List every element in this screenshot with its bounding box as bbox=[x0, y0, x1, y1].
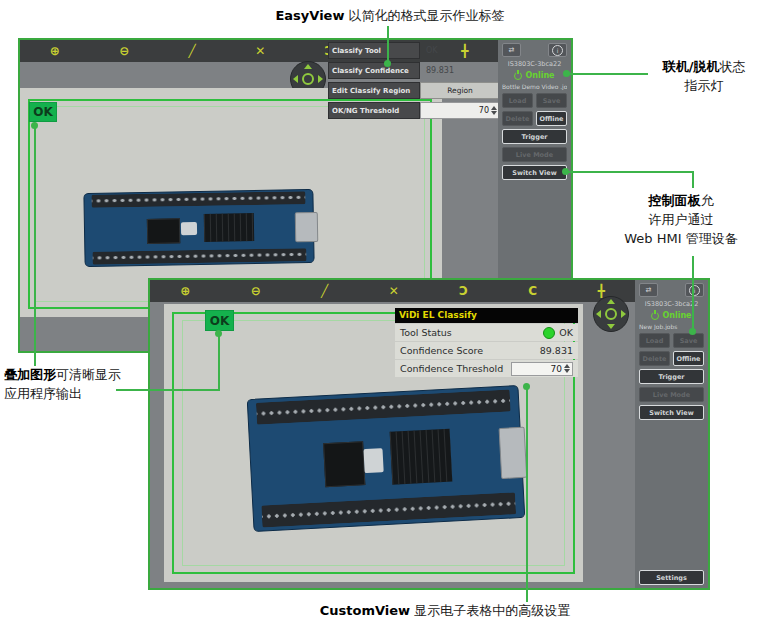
delete-button[interactable]: Delete bbox=[639, 351, 670, 366]
spinner-arrows-icon[interactable] bbox=[562, 364, 572, 373]
collapse-button[interactable]: ⇄ bbox=[502, 43, 521, 57]
pcb-crystal bbox=[364, 448, 384, 473]
circuit-board-image bbox=[247, 385, 526, 532]
power-icon bbox=[651, 312, 659, 320]
annotation-overlay-graphics: 叠加图形可清晰显示 应用程序输出 bbox=[4, 365, 154, 403]
annotation-easyview: EasyView 以简化的格式显示作业标签 bbox=[250, 6, 530, 25]
pan-dpad-control[interactable] bbox=[593, 296, 629, 332]
pcb-ic bbox=[390, 429, 452, 484]
load-button[interactable]: Load bbox=[639, 333, 670, 348]
online-label: Online bbox=[525, 71, 554, 80]
threshold-spinner[interactable]: 70 bbox=[511, 362, 573, 376]
switch-view-button[interactable]: Switch View bbox=[639, 405, 704, 420]
row-label: Edit Classify Region bbox=[328, 82, 420, 99]
trigger-button[interactable]: Trigger bbox=[639, 369, 704, 384]
pcb-usb-connector bbox=[295, 212, 318, 242]
settings-button[interactable]: Settings bbox=[639, 570, 704, 585]
pcb-usb-connector bbox=[499, 426, 528, 479]
callout-dot bbox=[31, 122, 38, 129]
threshold-spinner[interactable]: 70 bbox=[420, 102, 500, 119]
row-value: OK bbox=[420, 42, 500, 59]
callout-dot bbox=[563, 70, 570, 77]
cross-tool-icon[interactable]: ✕ bbox=[389, 280, 399, 302]
callout-line-easyview bbox=[387, 26, 389, 64]
switch-view-button[interactable]: Switch View bbox=[502, 165, 567, 180]
zoom-in-icon[interactable]: ⊕ bbox=[180, 280, 190, 302]
row-value: OK bbox=[559, 327, 573, 338]
tool-row: Classify Confidence 89.831 bbox=[328, 62, 500, 79]
row-label: Confidence Threshold bbox=[400, 363, 503, 374]
device-name: IS3803C-3bca22 bbox=[639, 300, 704, 308]
power-icon bbox=[514, 72, 522, 80]
live-mode-button[interactable]: Live Mode bbox=[639, 387, 704, 402]
callout-dot bbox=[384, 60, 391, 67]
dpad-center-icon[interactable] bbox=[605, 308, 617, 320]
callout-line-overlay-1 bbox=[34, 125, 36, 366]
dpad-left-icon[interactable] bbox=[293, 75, 298, 83]
image-toolbar: ⊕ ⊖ ╱ ✕ Ɔ C ╋ bbox=[150, 280, 635, 302]
row-label: Classify Tool bbox=[328, 42, 420, 59]
offline-button[interactable]: Offline bbox=[673, 351, 704, 366]
online-status: Online bbox=[502, 71, 567, 80]
pcb-ic bbox=[203, 213, 254, 243]
rotate-cw-icon[interactable]: C bbox=[528, 280, 537, 302]
pcb-crystal bbox=[181, 222, 197, 235]
pcb-pin-row bbox=[92, 248, 307, 264]
job-name: Bottle Demo Video .jobs bbox=[502, 83, 567, 90]
info-button[interactable]: i bbox=[548, 43, 567, 57]
line-tool-icon[interactable]: ╱ bbox=[189, 40, 196, 62]
region-button[interactable]: Region bbox=[420, 82, 500, 99]
tool-row: Edit Classify Region Region bbox=[328, 82, 500, 99]
save-button[interactable]: Save bbox=[536, 93, 567, 108]
tool-row: OK/NG Threshold 70 bbox=[328, 102, 500, 119]
zoom-out-icon[interactable]: ⊖ bbox=[251, 280, 261, 302]
info-button[interactable]: i bbox=[685, 283, 704, 297]
callout-line-control-panel bbox=[692, 256, 694, 332]
zoom-in-icon[interactable]: ⊕ bbox=[50, 40, 60, 62]
tool-title: ViDi EL Classify bbox=[395, 308, 578, 323]
pcb-chip bbox=[323, 441, 365, 487]
delete-button[interactable]: Delete bbox=[502, 111, 533, 126]
trigger-button[interactable]: Trigger bbox=[502, 129, 567, 144]
collapse-button[interactable]: ⇄ bbox=[639, 283, 658, 297]
pcb-chip bbox=[146, 218, 180, 244]
threshold-value: 70 bbox=[551, 364, 562, 374]
dpad-up-icon[interactable] bbox=[304, 64, 312, 69]
online-label: Online bbox=[662, 311, 691, 320]
line-tool-icon[interactable]: ╱ bbox=[321, 280, 328, 302]
dpad-right-icon[interactable] bbox=[621, 310, 626, 318]
row-label: Confidence Score bbox=[400, 345, 483, 356]
dpad-down-icon[interactable] bbox=[607, 324, 615, 329]
load-button[interactable]: Load bbox=[502, 93, 533, 108]
callout-dot bbox=[215, 330, 222, 337]
save-button[interactable]: Save bbox=[673, 333, 704, 348]
dpad-up-icon[interactable] bbox=[607, 299, 615, 304]
ok-overlay-label: OK bbox=[205, 310, 234, 331]
pcb-pin-row bbox=[91, 192, 306, 208]
status-ok-dot-icon bbox=[543, 327, 555, 339]
easyview-tool-panel: Classify Tool OK Classify Confidence 89.… bbox=[328, 42, 500, 122]
zoom-out-icon[interactable]: ⊖ bbox=[119, 40, 129, 62]
device-name: IS3803C-3bca22 bbox=[502, 60, 567, 68]
annotation-customview: CustomView 显示电子表格中的高级设置 bbox=[285, 601, 605, 620]
dpad-right-icon[interactable] bbox=[318, 75, 323, 83]
row-label: Tool Status bbox=[400, 327, 452, 338]
row-label: OK/NG Threshold bbox=[328, 102, 420, 119]
customview-tool-panel: ViDi EL Classify Tool Status OK Confiden… bbox=[395, 308, 578, 377]
offline-button[interactable]: Offline bbox=[536, 111, 567, 126]
row-label: Classify Confidence bbox=[328, 62, 420, 79]
cross-tool-icon[interactable]: ✕ bbox=[255, 40, 265, 62]
row-value: 89.831 bbox=[540, 345, 573, 356]
threshold-value: 70 bbox=[479, 106, 489, 115]
tool-row: Confidence Score 89.831 bbox=[395, 342, 578, 359]
tool-row: Tool Status OK bbox=[395, 324, 578, 341]
dpad-left-icon[interactable] bbox=[596, 310, 601, 318]
callout-dot bbox=[523, 383, 530, 390]
live-mode-button[interactable]: Live Mode bbox=[502, 147, 567, 162]
row-value: 89.831 bbox=[420, 62, 500, 79]
callout-line-online bbox=[567, 73, 648, 75]
rotate-ccw-icon[interactable]: Ɔ bbox=[459, 280, 468, 302]
device-control-panel: ⇄ i IS3803C-3bca22 Online New Job.jobs L… bbox=[635, 280, 708, 588]
customview-screenshot: ⊕ ⊖ ╱ ✕ Ɔ C ╋ OK bbox=[148, 278, 710, 590]
dpad-center-icon[interactable] bbox=[302, 73, 314, 85]
